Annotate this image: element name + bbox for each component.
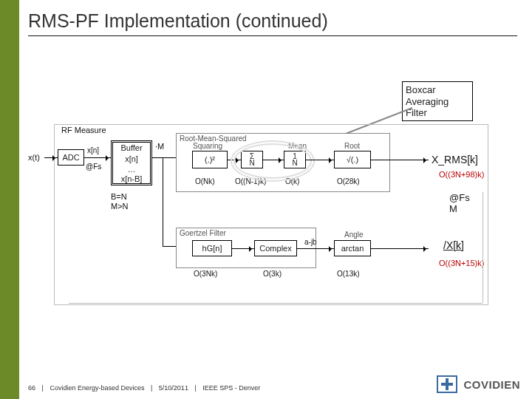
- angle-title: Angle: [344, 231, 364, 239]
- a-at-phase: [371, 248, 429, 249]
- xrms-label: X_RMS[k]: [432, 154, 478, 166]
- title-rule: [28, 35, 517, 36]
- block-diagram: RF Measure x(t) ADC x[n] @Fs Buffer x[n]…: [28, 111, 516, 318]
- boxcar-highlight-2: [231, 140, 315, 182]
- root-title: Root: [344, 142, 360, 150]
- a-root-xrms: [371, 160, 429, 160]
- covidien-logo-text: COVIDIEN: [463, 378, 520, 391]
- arctan-cost: O(13k): [337, 270, 360, 278]
- adc-block: ADC: [58, 149, 84, 166]
- buf-out-h: [152, 157, 163, 158]
- page-title: RMS-PF Implementation (continued): [28, 10, 328, 32]
- square-title: Squaring: [193, 142, 222, 150]
- footer-org: Covidien Energy-based Devices: [50, 384, 144, 392]
- gcoef-block: hG[n]: [192, 240, 232, 256]
- buffer-row0: x[n]: [111, 153, 152, 165]
- covidien-logo: COVIDIEN: [437, 375, 520, 393]
- fbk-h: [69, 303, 482, 304]
- footer: 66 | Covidien Energy-based Devices | 5/1…: [28, 384, 260, 392]
- footer-date: 5/10/2011: [159, 384, 188, 392]
- root-cost: O(28k): [337, 177, 360, 185]
- phase-label: /X[k]: [443, 239, 464, 251]
- bM-label: ∙M: [155, 142, 164, 151]
- xt-label: x(t): [28, 153, 40, 162]
- square-block: (.)²: [192, 151, 228, 168]
- root-block: √(.): [334, 151, 371, 168]
- buf-out-v: [163, 157, 163, 246]
- buffer-row1: …: [111, 164, 152, 174]
- gcoef-cost: O(3Nk): [194, 270, 217, 278]
- ab-label: a-jb: [304, 238, 317, 246]
- covidien-logo-mark: [437, 375, 457, 393]
- a-cp-at: [297, 248, 334, 249]
- footer-page: 66: [28, 384, 35, 392]
- a-adc-buf: [84, 157, 111, 158]
- fbk-v-right: [482, 192, 483, 303]
- xn-label: x[n]: [87, 146, 99, 154]
- rf-caption: RF Measure: [61, 126, 106, 134]
- a-gc-cp: [232, 248, 254, 249]
- a-xt-adc: [44, 157, 58, 158]
- buffer-row2: x[n-B]: [111, 174, 152, 185]
- square-cost: O(Nk): [195, 177, 215, 185]
- arctan-block: arctan: [334, 240, 371, 256]
- complex-block: Complex: [254, 240, 297, 256]
- a-mean-root: [306, 160, 334, 160]
- buffer-header: Buffer: [111, 140, 152, 154]
- complex-cost: O(3k): [263, 270, 282, 278]
- footer-venue: IEEE SPS - Denver: [202, 384, 260, 392]
- xrms-cost: O((3N+98)k): [439, 170, 484, 179]
- goertzel-header: Goertzel Filter: [180, 229, 226, 237]
- phase-cost: O((3N+15)k): [439, 259, 484, 267]
- accent-sidebar: [0, 0, 19, 399]
- fs-label: @Fs: [86, 163, 101, 171]
- BN-label: B=N M>N: [111, 192, 129, 211]
- fsM-label: @Fs M: [449, 192, 470, 214]
